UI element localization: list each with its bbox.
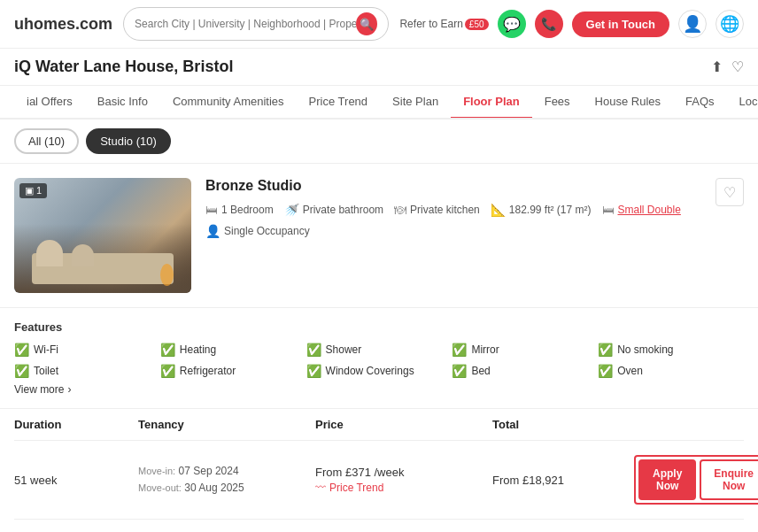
filter-all[interactable]: All (10) bbox=[14, 128, 79, 154]
get-in-touch-button[interactable]: Get in Touch bbox=[572, 12, 669, 37]
listing-title: Bronze Studio bbox=[205, 178, 744, 194]
tab-floor-plan[interactable]: Floor Plan bbox=[451, 86, 532, 120]
feature-kitchen: 🍽 Private kitchen bbox=[394, 203, 480, 217]
tab-fees[interactable]: Fees bbox=[532, 86, 583, 120]
tab-faqs[interactable]: FAQs bbox=[673, 86, 727, 120]
tab-house-rules[interactable]: House Rules bbox=[583, 86, 673, 120]
feature-toilet: ✅ Toilet bbox=[14, 364, 160, 378]
check-icon: ✅ bbox=[306, 364, 321, 378]
bath-icon: 🚿 bbox=[284, 203, 299, 217]
check-icon: ✅ bbox=[306, 343, 321, 357]
search-input[interactable] bbox=[135, 18, 356, 30]
tab-price-trend[interactable]: Price Trend bbox=[297, 86, 380, 120]
pricing-row: 51 week Move-in: 07 Sep 2024 Move-out: 3… bbox=[14, 441, 744, 520]
tab-community-amenities[interactable]: Community Amenities bbox=[160, 86, 297, 120]
user-icon[interactable]: 👤 bbox=[678, 10, 707, 38]
check-icon: ✅ bbox=[452, 343, 467, 357]
feature-heating: ✅ Heating bbox=[160, 343, 306, 357]
listing-features-row2: 👤 Single Occupancy bbox=[205, 224, 744, 238]
feature-bedroom: 🛏 1 Bedroom bbox=[205, 203, 274, 217]
title-actions: ⬆ ♡ bbox=[711, 58, 744, 75]
size-icon: 📐 bbox=[491, 203, 506, 217]
search-button[interactable]: 🔍 bbox=[356, 12, 377, 35]
feature-shower: ✅ Shower bbox=[306, 343, 452, 357]
total-cell: From £18,921 bbox=[492, 474, 634, 487]
filter-studio[interactable]: Studio (10) bbox=[86, 128, 171, 154]
features-grid: ✅ Wi-Fi ✅ Heating ✅ Shower ✅ Mirror ✅ No… bbox=[14, 343, 744, 378]
price-cell: From £371 /week 〰 Price Trend bbox=[315, 466, 492, 494]
feature-mirror: ✅ Mirror bbox=[452, 343, 598, 357]
kitchen-icon: 🍽 bbox=[394, 203, 406, 217]
share-button[interactable]: ⬆ bbox=[711, 58, 723, 75]
feature-window-coverings: ✅ Window Coverings bbox=[306, 364, 452, 378]
actions-cell: Apply Now Enquire Now bbox=[634, 455, 758, 505]
page-title: iQ Water Lane House, Bristol bbox=[14, 58, 711, 76]
globe-icon[interactable]: 🌐 bbox=[715, 10, 744, 38]
nav-tabs: ial Offers Basic Info Community Amenitie… bbox=[0, 86, 758, 120]
pricing-table: Duration Tenancy Price Total 51 week Mov… bbox=[0, 409, 758, 532]
whatsapp-icon[interactable]: 💬 bbox=[498, 10, 526, 38]
occupancy-icon: 👤 bbox=[205, 224, 220, 238]
phone-icon[interactable]: 📞 bbox=[535, 10, 563, 38]
enquire-now-button[interactable]: Enquire Now bbox=[700, 459, 758, 500]
bed-type-icon: 🛏 bbox=[602, 203, 615, 217]
highlighted-actions: Apply Now Enquire Now bbox=[634, 455, 758, 505]
check-icon: ✅ bbox=[452, 364, 467, 378]
apply-now-button[interactable]: Apply Now bbox=[638, 459, 696, 500]
check-icon: ✅ bbox=[160, 343, 175, 357]
tab-location[interactable]: Location bbox=[727, 86, 758, 120]
title-bar: iQ Water Lane House, Bristol ⬆ ♡ bbox=[0, 49, 758, 86]
feature-oven: ✅ Oven bbox=[598, 364, 744, 378]
header: uhomes.com 🔍 Refer to Earn £50 💬 📞 Get i… bbox=[0, 0, 758, 49]
tenancy-cell: Move-in: 07 Sep 2024 Move-out: 30 Aug 20… bbox=[138, 463, 315, 497]
check-icon: ✅ bbox=[14, 364, 29, 378]
feature-no-smoking: ✅ No smoking bbox=[598, 343, 744, 357]
feature-occupancy: 👤 Single Occupancy bbox=[205, 224, 310, 238]
chevron-right-icon: › bbox=[67, 383, 71, 396]
feature-size: 📐 182.99 ft² (17 m²) bbox=[491, 203, 592, 217]
listing-image: ▣ 1 bbox=[14, 178, 191, 293]
pricing-row: 5 week Move-in: 20 Jul 2024 Move-out: 24… bbox=[14, 520, 744, 532]
feature-bed: ✅ Bed bbox=[452, 364, 598, 378]
favorite-button[interactable]: ♡ bbox=[731, 58, 744, 75]
search-bar: 🔍 bbox=[123, 7, 389, 41]
check-icon: ✅ bbox=[598, 343, 613, 357]
feature-wifi: ✅ Wi-Fi bbox=[14, 343, 160, 357]
tab-special-offers[interactable]: ial Offers bbox=[14, 86, 85, 120]
features-section: Features ✅ Wi-Fi ✅ Heating ✅ Shower ✅ Mi… bbox=[0, 308, 758, 409]
listing-features: 🛏 1 Bedroom 🚿 Private bathroom 🍽 Private… bbox=[205, 203, 744, 217]
view-more[interactable]: View more › bbox=[14, 383, 744, 396]
bed-type-link[interactable]: Small Double bbox=[618, 204, 681, 216]
check-icon: ✅ bbox=[14, 343, 29, 357]
pricing-header: Duration Tenancy Price Total bbox=[14, 409, 744, 441]
features-title: Features bbox=[14, 320, 744, 334]
price-trend-link[interactable]: 〰 Price Trend bbox=[315, 482, 492, 494]
check-icon: ✅ bbox=[598, 364, 613, 378]
refer-earn: Refer to Earn £50 bbox=[399, 18, 488, 30]
feature-refrigerator: ✅ Refrigerator bbox=[160, 364, 306, 378]
bed-icon: 🛏 bbox=[205, 203, 218, 217]
tab-site-plan[interactable]: Site Plan bbox=[380, 86, 451, 120]
tab-basic-info[interactable]: Basic Info bbox=[85, 86, 160, 120]
listing-details: Bronze Studio 🛏 1 Bedroom 🚿 Private bath… bbox=[205, 178, 744, 293]
trend-icon: 〰 bbox=[315, 482, 326, 494]
filter-row: All (10) Studio (10) bbox=[0, 120, 758, 164]
header-right: Refer to Earn £50 💬 📞 Get in Touch 👤 🌐 bbox=[399, 10, 744, 38]
logo: uhomes.com bbox=[14, 15, 112, 34]
feature-bed-type: 🛏 Small Double bbox=[602, 203, 681, 217]
check-icon: ✅ bbox=[160, 364, 175, 378]
listing-card: ▣ 1 Bronze Studio 🛏 1 Bedroom 🚿 Private … bbox=[0, 164, 758, 308]
duration-cell: 51 week bbox=[14, 474, 138, 487]
wishlist-button[interactable]: ♡ bbox=[715, 178, 744, 206]
feature-bathroom: 🚿 Private bathroom bbox=[284, 203, 383, 217]
image-badge: ▣ 1 bbox=[19, 183, 47, 198]
